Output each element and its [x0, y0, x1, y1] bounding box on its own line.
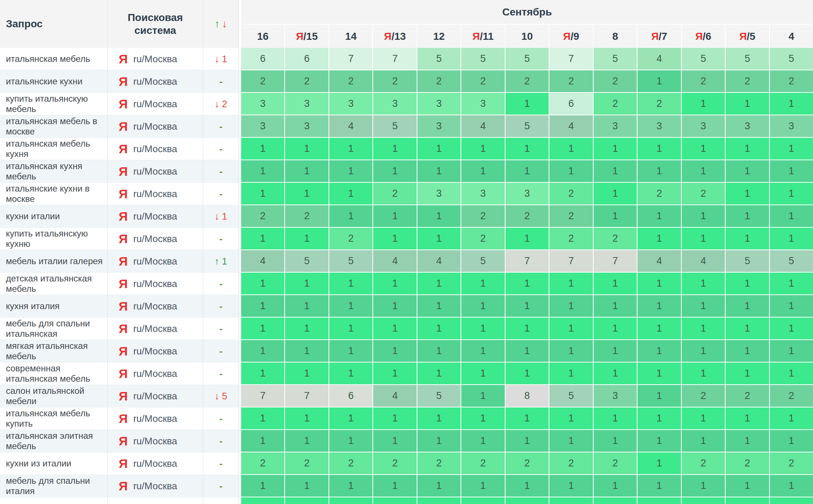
position-cell[interactable]: 1: [329, 363, 372, 385]
position-cell[interactable]: 1: [593, 475, 637, 497]
position-cell[interactable]: 1: [681, 430, 725, 452]
position-cell[interactable]: 1: [505, 273, 549, 295]
position-cell[interactable]: 1: [372, 340, 416, 363]
query-cell[interactable]: детская итальянская мебель: [0, 273, 108, 295]
position-cell[interactable]: 1: [372, 228, 416, 250]
position-cell[interactable]: 1: [241, 318, 284, 340]
position-cell[interactable]: 2: [284, 452, 328, 475]
position-cell[interactable]: 1: [769, 205, 813, 228]
position-cell[interactable]: 1: [241, 160, 284, 183]
position-cell[interactable]: 2: [372, 183, 416, 205]
position-cell[interactable]: 1: [505, 160, 549, 183]
query-cell[interactable]: итальянская мебель в москве: [0, 115, 108, 138]
position-cell[interactable]: 3: [769, 115, 813, 138]
position-cell[interactable]: 7: [372, 48, 416, 70]
position-cell[interactable]: 4: [461, 115, 504, 138]
position-cell[interactable]: 5: [769, 250, 813, 273]
position-cell[interactable]: 3: [284, 93, 328, 115]
position-cell[interactable]: 1: [417, 273, 461, 295]
position-cell[interactable]: 1: [549, 318, 593, 340]
position-cell[interactable]: 1: [329, 273, 372, 295]
date-column-header[interactable]: Я/11: [461, 24, 504, 48]
date-column-header[interactable]: Я/5: [725, 24, 769, 48]
position-cell[interactable]: 1: [637, 205, 681, 228]
position-cell[interactable]: 1: [329, 340, 372, 363]
position-cell[interactable]: 1: [461, 273, 504, 295]
position-cell[interactable]: 1: [549, 295, 593, 318]
position-cell[interactable]: 1: [725, 340, 769, 363]
position-cell[interactable]: 3: [725, 115, 769, 138]
position-cell[interactable]: 1: [769, 138, 813, 160]
position-cell[interactable]: 1: [637, 273, 681, 295]
position-cell[interactable]: 1: [505, 93, 549, 115]
position-cell[interactable]: 7: [329, 48, 372, 70]
position-cell[interactable]: 1: [417, 475, 461, 497]
position-cell[interactable]: 2: [593, 452, 637, 475]
position-cell[interactable]: 1: [505, 475, 549, 497]
position-cell[interactable]: 1: [417, 318, 461, 340]
query-cell[interactable]: салон итальянской мебели: [0, 385, 108, 407]
position-cell[interactable]: 2: [593, 228, 637, 250]
position-cell[interactable]: 1: [637, 475, 681, 497]
position-cell[interactable]: 7: [284, 385, 328, 407]
position-cell[interactable]: 1: [725, 228, 769, 250]
position-cell[interactable]: 1: [725, 475, 769, 497]
position-cell[interactable]: 2: [593, 93, 637, 115]
position-cell[interactable]: 1: [372, 295, 416, 318]
position-cell[interactable]: 3: [417, 115, 461, 138]
position-cell[interactable]: 1: [769, 93, 813, 115]
position-cell[interactable]: 2: [284, 70, 328, 93]
position-cell[interactable]: 5: [461, 48, 504, 70]
position-cell[interactable]: 1: [461, 385, 504, 407]
position-cell[interactable]: 2: [681, 385, 725, 407]
position-cell[interactable]: 1: [241, 295, 284, 318]
date-column-header[interactable]: Я/9: [549, 24, 593, 48]
position-cell[interactable]: 2: [681, 70, 725, 93]
position-cell[interactable]: 1: [593, 430, 637, 452]
position-cell[interactable]: 1: [372, 205, 416, 228]
position-cell[interactable]: 2: [461, 452, 504, 475]
query-cell[interactable]: итальянская мебель: [0, 48, 108, 70]
position-cell[interactable]: 5: [284, 250, 328, 273]
position-cell[interactable]: 4: [637, 48, 681, 70]
position-cell[interactable]: 3: [329, 93, 372, 115]
position-cell[interactable]: 1: [725, 183, 769, 205]
position-cell[interactable]: 1: [725, 205, 769, 228]
position-cell[interactable]: 1: [241, 430, 284, 452]
position-cell[interactable]: 1: [637, 138, 681, 160]
position-cell[interactable]: 7: [549, 48, 593, 70]
query-cell[interactable]: мягкая итальянская мебель: [0, 340, 108, 363]
position-cell[interactable]: 5: [505, 48, 549, 70]
position-cell[interactable]: 3: [505, 183, 549, 205]
position-cell[interactable]: 1: [549, 430, 593, 452]
position-cell[interactable]: 4: [329, 115, 372, 138]
position-cell[interactable]: 1: [593, 160, 637, 183]
query-cell[interactable]: кухни италии: [0, 205, 108, 228]
position-cell[interactable]: 1: [769, 407, 813, 430]
date-column-header[interactable]: 10: [505, 24, 549, 48]
position-cell[interactable]: 8: [505, 385, 549, 407]
position-cell[interactable]: 1: [417, 430, 461, 452]
position-cell[interactable]: 1: [417, 160, 461, 183]
position-cell[interactable]: 1: [769, 183, 813, 205]
position-cell[interactable]: 1: [549, 407, 593, 430]
position-cell[interactable]: 1: [549, 273, 593, 295]
position-cell[interactable]: 2: [284, 205, 328, 228]
position-cell[interactable]: 6: [329, 385, 372, 407]
position-cell[interactable]: 3: [241, 93, 284, 115]
position-cell[interactable]: 1: [549, 138, 593, 160]
position-cell[interactable]: 1: [681, 340, 725, 363]
position-cell[interactable]: [549, 497, 593, 504]
position-cell[interactable]: 2: [505, 205, 549, 228]
position-cell[interactable]: 1: [241, 407, 284, 430]
position-cell[interactable]: 1: [725, 430, 769, 452]
position-cell[interactable]: 1: [549, 475, 593, 497]
position-cell[interactable]: 1: [593, 407, 637, 430]
position-cell[interactable]: 3: [461, 183, 504, 205]
position-cell[interactable]: 1: [505, 340, 549, 363]
position-cell[interactable]: 1: [769, 228, 813, 250]
position-cell[interactable]: 1: [284, 273, 328, 295]
position-cell[interactable]: 1: [417, 340, 461, 363]
position-cell[interactable]: [461, 497, 504, 504]
position-cell[interactable]: 1: [769, 318, 813, 340]
